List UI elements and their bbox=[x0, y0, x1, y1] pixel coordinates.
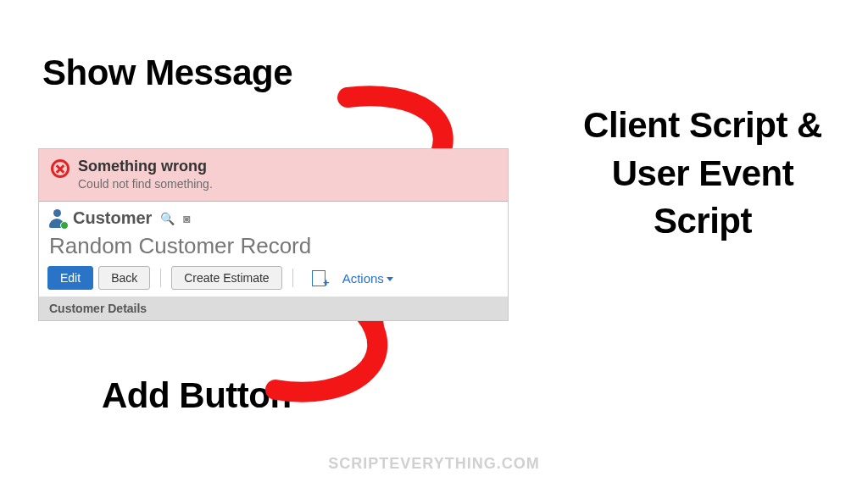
create-estimate-button[interactable]: Create Estimate bbox=[171, 266, 281, 290]
back-button[interactable]: Back bbox=[98, 266, 150, 290]
record-title: Random Customer Record bbox=[39, 233, 508, 264]
customer-icon bbox=[49, 209, 66, 228]
button-divider-2 bbox=[292, 269, 293, 287]
edit-button[interactable]: Edit bbox=[47, 266, 93, 290]
new-document-icon[interactable] bbox=[312, 270, 326, 286]
error-icon bbox=[51, 159, 70, 178]
search-icon[interactable]: 🔍 bbox=[160, 212, 175, 225]
callout-show-message: Show Message bbox=[42, 53, 292, 93]
record-header: Customer 🔍 ◙ bbox=[39, 202, 508, 233]
section-customer-details: Customer Details bbox=[39, 297, 508, 320]
alert-banner: Something wrong Could not find something… bbox=[39, 149, 508, 202]
button-divider bbox=[160, 269, 161, 287]
record-panel: Something wrong Could not find something… bbox=[38, 148, 509, 321]
actions-menu[interactable]: Actions bbox=[342, 271, 393, 286]
alert-subtitle: Could not find something. bbox=[78, 177, 213, 191]
expand-icon[interactable]: ◙ bbox=[183, 212, 190, 225]
alert-title: Something wrong bbox=[78, 158, 213, 175]
actions-label: Actions bbox=[342, 271, 384, 286]
side-title: Client Script & User Event Script bbox=[580, 102, 826, 246]
chevron-down-icon bbox=[387, 277, 393, 281]
watermark: SCRIPTEVERYTHING.COM bbox=[328, 455, 539, 473]
record-type: Customer bbox=[73, 208, 152, 228]
button-row: Edit Back Create Estimate Actions bbox=[39, 264, 508, 297]
